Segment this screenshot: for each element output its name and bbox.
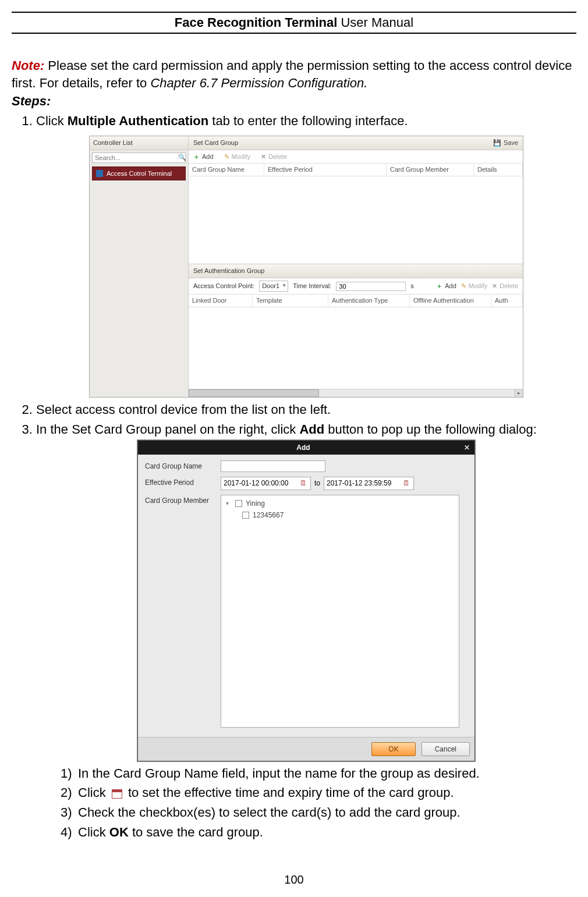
col-linked-door[interactable]: Linked Door xyxy=(189,295,253,307)
sub4-b: to save the card group. xyxy=(129,825,263,839)
plus-icon: ＋ xyxy=(193,153,200,161)
modify-auth-group-button[interactable]: ✎Modify xyxy=(461,282,487,290)
tree-node-child[interactable]: 12345667 xyxy=(242,510,454,520)
calendar-icon xyxy=(112,789,122,799)
set-card-group-header: Set Card Group xyxy=(193,139,238,147)
step-3: In the Set Card Group panel on the right… xyxy=(36,421,576,841)
tree-parent-label: Yining xyxy=(246,499,265,508)
cancel-button[interactable]: Cancel xyxy=(421,742,470,756)
modify-card-group-button[interactable]: ✎Modify xyxy=(224,153,250,161)
date-to-value: 2017-01-12 23:59:59 xyxy=(327,478,402,488)
step3-b: button to pop up the following dialog: xyxy=(324,422,537,437)
device-label: Access Cotrol Terminal xyxy=(107,169,172,178)
save-icon: 💾 xyxy=(493,139,501,147)
controller-search[interactable]: 🔍 xyxy=(92,153,186,163)
set-auth-group-header: Set Authentication Group xyxy=(189,264,523,278)
col-card-group-member[interactable]: Card Group Member xyxy=(387,164,474,176)
step1-bold: Multiple Authentication xyxy=(68,114,208,128)
page-number: 100 xyxy=(0,873,588,887)
modify-label2: Modify xyxy=(469,282,487,290)
header-bold: Face Recognition Terminal xyxy=(175,15,338,30)
note-label: Note: xyxy=(12,58,44,73)
add-card-group-button[interactable]: ＋Add xyxy=(193,153,214,161)
card-group-name-input[interactable] xyxy=(221,460,325,472)
card-group-name-label: Card Group Name xyxy=(145,460,221,471)
scrollbar-thumb[interactable] xyxy=(189,389,319,397)
device-item-selected[interactable]: Access Cotrol Terminal xyxy=(92,166,186,181)
add-auth-group-button[interactable]: ＋Add xyxy=(436,282,456,290)
delete-icon: ✕ xyxy=(261,153,266,161)
delete-card-group-button[interactable]: ✕Delete xyxy=(261,153,287,161)
col-effective-period[interactable]: Effective Period xyxy=(264,164,387,176)
col-auth-type[interactable]: Authentication Type xyxy=(328,295,410,307)
sub4-a: Click xyxy=(78,825,109,839)
close-icon[interactable]: ✕ xyxy=(464,443,470,452)
modify-label: Modify xyxy=(232,153,250,161)
sub2-a: Click xyxy=(78,785,109,800)
step3-bold: Add xyxy=(299,422,324,437)
tree-child-label: 12345667 xyxy=(253,510,284,520)
substep-1: 1)In the Card Group Name field, input th… xyxy=(61,765,576,782)
tree-collapse-icon[interactable]: ▾ xyxy=(226,499,232,508)
member-tree[interactable]: ▾ Yining 12345667 xyxy=(221,495,459,728)
auth-group-empty-body xyxy=(189,307,523,389)
col-auth[interactable]: Auth xyxy=(491,295,523,307)
horizontal-scrollbar[interactable]: ▸ xyxy=(189,389,523,397)
header-plain: User Manual xyxy=(337,15,413,30)
checkbox[interactable] xyxy=(235,500,242,507)
card-group-member-label: Card Group Member xyxy=(145,495,221,505)
step-1: Click Multiple Authentication tab to ent… xyxy=(36,112,576,398)
col-offline-auth[interactable]: Offline Authentication xyxy=(410,295,491,307)
edit-icon: ✎ xyxy=(224,153,229,161)
device-icon xyxy=(96,170,103,177)
ok-button[interactable]: OK xyxy=(371,742,415,756)
save-button[interactable]: 💾Save xyxy=(493,139,518,147)
dialog-title: Add xyxy=(143,443,464,452)
delete-label2: Delete xyxy=(500,282,518,290)
tree-node-parent[interactable]: ▾ Yining xyxy=(226,499,454,508)
col-template[interactable]: Template xyxy=(253,295,328,307)
edit-icon: ✎ xyxy=(461,282,466,290)
save-label: Save xyxy=(504,139,518,147)
delete-icon: ✕ xyxy=(492,282,497,290)
substep-2: 2)Click to set the effective time and ex… xyxy=(61,784,576,802)
search-icon[interactable]: 🔍 xyxy=(178,153,186,162)
plus-icon: ＋ xyxy=(436,282,442,290)
time-interval-label: Time Interval: xyxy=(293,282,331,290)
auth-group-columns: Linked Door Template Authentication Type… xyxy=(189,295,523,307)
time-interval-input[interactable] xyxy=(336,282,406,291)
note-italic: Chapter 6.7 Permission Configuration. xyxy=(150,76,367,90)
step1-a: Click xyxy=(36,114,68,128)
acp-select[interactable]: Door1 xyxy=(259,281,288,292)
delete-auth-group-button[interactable]: ✕Delete xyxy=(492,282,518,290)
date-from-value: 2017-01-12 00:00:00 xyxy=(224,478,299,488)
calendar-icon[interactable]: 🗓 xyxy=(299,478,308,488)
step1-b: tab to enter the following interface. xyxy=(208,114,408,128)
delete-label: Delete xyxy=(268,153,287,161)
acp-label: Access Control Point: xyxy=(193,282,254,290)
step3-a: In the Set Card Group panel on the right… xyxy=(36,422,299,437)
scroll-right-arrow-icon[interactable]: ▸ xyxy=(515,389,523,397)
calendar-icon[interactable]: 🗓 xyxy=(402,478,411,488)
card-group-empty-body xyxy=(189,176,523,264)
date-to-input[interactable]: 2017-01-12 23:59:59 🗓 xyxy=(324,477,414,490)
col-card-group-name[interactable]: Card Group Name xyxy=(189,164,264,176)
dialog-titlebar: Add ✕ xyxy=(138,441,474,455)
sub4-bold: OK xyxy=(109,825,129,839)
add-label: Add xyxy=(202,153,214,161)
checkbox[interactable] xyxy=(242,512,249,519)
search-input[interactable] xyxy=(93,153,178,162)
date-to-label: to xyxy=(314,478,320,488)
step-2: Select access control device from the li… xyxy=(36,401,576,419)
effective-period-label: Effective Period xyxy=(145,477,221,487)
screenshot-add-dialog: Add ✕ Card Group Name Effective Period xyxy=(137,440,475,761)
card-group-columns: Card Group Name Effective Period Card Gr… xyxy=(189,164,523,176)
screenshot-multiple-auth: Controller List 🔍 Access Cotrol Terminal xyxy=(89,136,523,398)
date-from-input[interactable]: 2017-01-12 00:00:00 🗓 xyxy=(221,477,311,490)
sub1-text: In the Card Group Name field, input the … xyxy=(78,766,480,781)
substep-3: 3)Check the checkbox(es) to select the c… xyxy=(61,804,576,821)
controller-list-header: Controller List xyxy=(90,136,188,150)
time-interval-unit: s xyxy=(410,282,414,290)
col-details[interactable]: Details xyxy=(474,164,523,176)
page-header: Face Recognition Terminal User Manual xyxy=(12,12,576,34)
